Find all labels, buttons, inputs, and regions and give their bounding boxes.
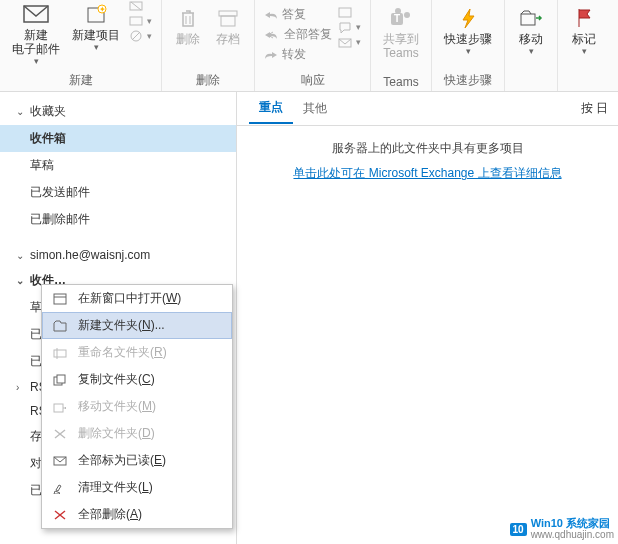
chevron-down-icon: ▾ [529, 46, 534, 56]
archive-icon [214, 6, 242, 30]
watermark-url: www.qdhuajin.com [531, 529, 614, 540]
context-menu-item[interactable]: 全部标为已读(E) [42, 447, 232, 474]
reply-all-button[interactable]: 全部答复 [264, 26, 332, 43]
sidebar-item-sent[interactable]: 已发送邮件 [0, 179, 236, 206]
new-mail-button[interactable]: 新建 电子邮件 ▾ [6, 0, 66, 70]
svg-rect-12 [221, 16, 235, 26]
svg-point-18 [395, 8, 401, 14]
context-menu-label: 在新窗口中打开(W) [78, 290, 181, 307]
mail-icon [22, 2, 50, 26]
context-menu-item[interactable]: 新建文件夹(N)... [42, 312, 232, 339]
window-icon [52, 291, 68, 307]
sort-by-button[interactable]: 按 日 [581, 100, 608, 117]
teams-label: 共享到 Teams [383, 32, 419, 60]
move-label: 移动 [519, 32, 543, 46]
cleanup-icon [52, 480, 68, 496]
quick-steps-label: 快速步骤 [444, 32, 492, 46]
group-respond: 答复 全部答复 转发 ▾ ▾ 响应 [255, 0, 371, 91]
tab-focused[interactable]: 重点 [249, 93, 293, 124]
context-menu-item[interactable]: 全部删除(A) [42, 501, 232, 528]
group-label: 快速步骤 [444, 72, 492, 89]
delete-button[interactable]: 删除 [168, 2, 208, 50]
context-menu-item: 删除文件夹(D) [42, 420, 232, 447]
view-details-link[interactable]: 单击此处可在 Microsoft Exchange 上查看详细信息 [237, 165, 618, 182]
context-menu-label: 重命名文件夹(R) [78, 344, 167, 361]
im-button[interactable]: ▾ [338, 21, 361, 33]
svg-line-8 [132, 32, 140, 40]
move-icon [517, 6, 545, 30]
context-menu-label: 移动文件夹(M) [78, 398, 156, 415]
quick-steps-button[interactable]: 快速步骤 ▾ [438, 2, 498, 60]
group-delete: 删除 存档 删除 [162, 0, 255, 91]
sidebar-item-drafts[interactable]: 草稿 [0, 152, 236, 179]
sidebar-item-inbox[interactable]: 收件箱 [0, 125, 236, 152]
new-item-button[interactable]: ✦ 新建项目 ▾ [66, 0, 126, 56]
teams-icon: T [387, 6, 415, 30]
copy-icon [52, 372, 68, 388]
group-label: 响应 [301, 72, 325, 89]
svg-text:T: T [394, 13, 400, 24]
chevron-down-icon: ▾ [34, 56, 39, 66]
archive-button[interactable]: 存档 [208, 2, 248, 50]
folder-context-menu: 在新窗口中打开(W)新建文件夹(N)...重命名文件夹(R)复制文件夹(C)移动… [41, 284, 233, 529]
ignore-button[interactable] [129, 0, 152, 12]
chevron-down-icon: ▾ [94, 42, 99, 52]
delete-icon [52, 426, 68, 442]
chevron-icon: ⌄ [16, 275, 26, 286]
new-mail-label: 新建 电子邮件 [12, 28, 60, 56]
context-menu-item[interactable]: 复制文件夹(C) [42, 366, 232, 393]
server-more-message: 服务器上的此文件夹中具有更多项目 [237, 140, 618, 157]
content-pane: 重点 其他 按 日 服务器上的此文件夹中具有更多项目 单击此处可在 Micros… [237, 92, 618, 544]
watermark-title: Win10 系统家园 [531, 518, 614, 529]
archive-label: 存档 [216, 32, 240, 46]
svg-line-5 [131, 2, 141, 10]
svg-rect-6 [130, 17, 142, 25]
group-teams: T 共享到 Teams Teams [371, 0, 432, 91]
context-menu-item[interactable]: 在新窗口中打开(W) [42, 285, 232, 312]
context-menu-label: 全部删除(A) [78, 506, 142, 523]
more-respond-button[interactable]: ▾ [338, 36, 361, 48]
group-label: 新建 [69, 72, 93, 89]
group-quick-steps: 快速步骤 ▾ 快速步骤 [432, 0, 505, 91]
tag-button[interactable]: 标记 ▾ [564, 2, 604, 60]
move-icon [52, 399, 68, 415]
trash-icon [174, 6, 202, 30]
svg-point-17 [404, 12, 410, 18]
delete-label: 删除 [176, 32, 200, 46]
move-button[interactable]: 移动 ▾ [511, 2, 551, 60]
tag-label: 标记 [572, 32, 596, 46]
context-menu-label: 全部标为已读(E) [78, 452, 166, 469]
group-new: 新建 电子邮件 ▾ ✦ 新建项目 ▾ ▾ ▾ 新建 [0, 0, 162, 91]
tab-other[interactable]: 其他 [293, 94, 337, 123]
context-menu-item[interactable]: 清理文件夹(L) [42, 474, 232, 501]
cleanup-button[interactable]: ▾ [129, 15, 152, 27]
group-tag: 标记 ▾ [558, 0, 610, 91]
chevron-down-icon: ▾ [582, 46, 587, 56]
mark-read-icon [52, 453, 68, 469]
context-menu-label: 复制文件夹(C) [78, 371, 155, 388]
folder-new-icon [52, 318, 68, 334]
meeting-button[interactable] [338, 6, 361, 18]
watermark-badge: 10 [510, 523, 527, 536]
forward-button[interactable]: 转发 [264, 46, 332, 63]
svg-rect-22 [54, 350, 66, 357]
rename-icon [52, 345, 68, 361]
lightning-icon [454, 6, 482, 30]
new-item-icon: ✦ [82, 2, 110, 26]
svg-rect-13 [339, 8, 351, 17]
flag-icon [570, 6, 598, 30]
reply-button[interactable]: 答复 [264, 6, 332, 23]
chevron-icon: › [16, 382, 26, 393]
sidebar-item-deleted[interactable]: 已删除邮件 [0, 206, 236, 233]
svg-rect-11 [219, 11, 237, 16]
context-menu-label: 新建文件夹(N)... [78, 317, 165, 334]
svg-rect-20 [54, 294, 66, 304]
context-menu-item: 移动文件夹(M) [42, 393, 232, 420]
account-header[interactable]: ⌄ simon.he@waisnj.com [0, 243, 236, 267]
svg-rect-26 [54, 404, 63, 412]
chevron-down-icon: ▾ [466, 46, 471, 56]
junk-button[interactable]: ▾ [129, 30, 152, 42]
share-teams-button[interactable]: T 共享到 Teams [377, 2, 425, 64]
favorites-header[interactable]: ⌄ 收藏夹 [0, 98, 236, 125]
delete-all-icon [52, 507, 68, 523]
